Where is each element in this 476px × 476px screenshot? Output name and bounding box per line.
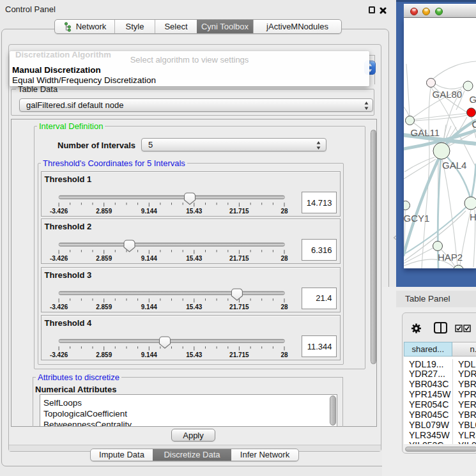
svg-text:H: H [470,211,476,222]
svg-text:2.859: 2.859 [96,255,112,262]
svg-text:GAL4: GAL4 [442,160,466,171]
svg-text:15.43: 15.43 [186,255,202,262]
svg-text:C: C [472,119,476,130]
svg-text:-3.426: -3.426 [49,351,68,358]
svg-text:GAL80: GAL80 [433,89,463,100]
svg-text:15.43: 15.43 [186,208,202,215]
svg-text:9.144: 9.144 [141,255,157,262]
svg-text:21.715: 21.715 [229,255,249,262]
svg-text:G.: G. [470,94,476,105]
svg-text:9.144: 9.144 [141,303,157,310]
svg-text:2.859: 2.859 [96,208,112,215]
svg-text:21.715: 21.715 [229,351,249,358]
svg-text:21.715: 21.715 [229,303,249,310]
svg-text:-3.426: -3.426 [49,208,68,215]
svg-text:GAL11: GAL11 [411,127,440,138]
svg-text:-3.426: -3.426 [49,255,68,262]
svg-text:GCY1: GCY1 [404,213,429,224]
svg-text:15.43: 15.43 [186,351,202,358]
svg-text:21.715: 21.715 [229,208,249,215]
svg-text:28: 28 [280,255,288,262]
svg-text:28: 28 [280,208,288,215]
svg-text:HAP2: HAP2 [438,252,463,263]
svg-text:9.144: 9.144 [141,208,157,215]
svg-text:2.859: 2.859 [96,351,112,358]
svg-text:2.859: 2.859 [96,303,112,310]
svg-text:28: 28 [280,351,288,358]
svg-text:-3.426: -3.426 [49,303,68,310]
svg-text:9.144: 9.144 [141,351,157,358]
svg-text:28: 28 [280,303,288,310]
svg-text:15.43: 15.43 [186,303,202,310]
